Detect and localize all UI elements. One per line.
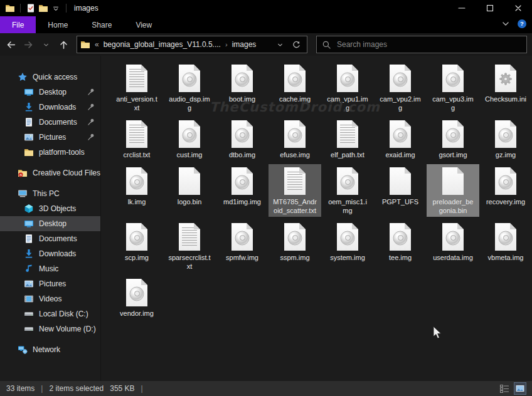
- file-item-audio-dsp-img[interactable]: audio_dsp.img: [163, 61, 216, 114]
- thumbnails-view-icon[interactable]: [514, 383, 526, 394]
- collapse-ribbon-chevron-icon[interactable]: [501, 19, 511, 31]
- address-bar[interactable]: « begonia_global_images_V11.0.5.... › im…: [77, 36, 307, 53]
- downloads-icon: [24, 102, 34, 112]
- details-view-icon[interactable]: [499, 383, 510, 394]
- pin-icon: [87, 88, 95, 96]
- file-item-logo-bin[interactable]: logo.bin: [163, 164, 216, 217]
- file-item-gz-img[interactable]: gz.img: [479, 117, 532, 161]
- titlebar: images: [0, 0, 532, 16]
- file-name: sparsecrclist.txt: [168, 253, 211, 271]
- breadcrumb-current[interactable]: images: [232, 40, 257, 49]
- sidebar-item-3d-objects[interactable]: 3D Objects: [0, 201, 100, 216]
- file-item-efuse-img[interactable]: efuse.img: [269, 117, 321, 161]
- minimize-button[interactable]: [447, 0, 476, 16]
- file-item-checksum-ini[interactable]: Checksum.ini: [479, 61, 532, 114]
- file-item-spmfw-img[interactable]: spmfw.img: [216, 220, 269, 273]
- selection-count: 2 items selected: [49, 384, 104, 393]
- sidebar-item-videos[interactable]: Videos: [0, 291, 100, 306]
- recent-locations-chevron-icon[interactable]: [38, 36, 54, 53]
- file-item-cam-vpu3-img[interactable]: cam_vpu3.img: [427, 61, 479, 114]
- sidebar-item-label: Network: [33, 345, 60, 354]
- disc-file-icon: [179, 65, 200, 92]
- sidebar-item-network[interactable]: Network: [0, 342, 100, 357]
- file-item-sspm-img[interactable]: sspm.img: [269, 220, 321, 273]
- file-item-mt6785-android-scatter-txt[interactable]: MT6785_Android_scatter.txt: [269, 164, 321, 217]
- disc-file-icon: [390, 65, 411, 92]
- file-item-scp-img[interactable]: scp.img: [110, 220, 163, 273]
- file-item-md1img-img[interactable]: md1img.img: [216, 164, 269, 217]
- file-item-exaid-img[interactable]: exaid.img: [374, 117, 427, 161]
- file-item-system-img[interactable]: system.img: [321, 220, 374, 273]
- search-box[interactable]: Search images: [316, 36, 527, 53]
- file-item-userdata-img[interactable]: userdata.img: [427, 220, 479, 273]
- navigation-bar: « begonia_global_images_V11.0.5.... › im…: [0, 33, 532, 56]
- sidebar-item-label: New Volume (D:): [39, 325, 96, 333]
- sidebar-item-quick-access[interactable]: Quick access: [0, 70, 100, 85]
- file-name: vendor.img: [120, 309, 154, 318]
- help-icon[interactable]: ?: [517, 19, 527, 31]
- ribbon-tab-view[interactable]: View: [124, 16, 164, 33]
- ribbon-tabs: FileHomeShareView ?: [0, 16, 532, 33]
- file-item-boot-img[interactable]: boot.img: [216, 61, 269, 114]
- up-button[interactable]: [55, 36, 72, 53]
- network-icon: [18, 345, 28, 355]
- ribbon-tab-home[interactable]: Home: [36, 16, 80, 33]
- breadcrumb-overflow[interactable]: «: [95, 40, 99, 49]
- sidebar-item-label: Music: [39, 264, 58, 273]
- file-item-cam-vpu2-img[interactable]: cam_vpu2.img: [374, 61, 427, 114]
- sidebar-item-documents[interactable]: Documents: [0, 115, 100, 130]
- sidebar-item-downloads[interactable]: Downloads: [0, 246, 100, 261]
- sidebar-item-new-volume-d-[interactable]: New Volume (D:): [0, 321, 100, 336]
- pictures-icon: [24, 132, 34, 142]
- sidebar-item-downloads[interactable]: Downloads: [0, 100, 100, 115]
- sidebar-item-local-disk-c-[interactable]: Local Disk (C:): [0, 306, 100, 321]
- file-item-vbmeta-img[interactable]: vbmeta.img: [479, 220, 532, 273]
- sidebar-item-music[interactable]: Music: [0, 261, 100, 276]
- videos-icon: [24, 294, 34, 304]
- close-button[interactable]: [504, 0, 532, 16]
- file-item-cam-vpu1-img[interactable]: cam_vpu1.img: [321, 61, 374, 114]
- file-item-sparsecrclist-txt[interactable]: sparsecrclist.txt: [163, 220, 216, 273]
- file-item-cache-img[interactable]: cache.img: [269, 61, 321, 114]
- qat-chevron-icon[interactable]: [50, 2, 62, 14]
- file-item-crclist-txt[interactable]: crclist.txt: [110, 117, 163, 161]
- file-item-elf-path-txt[interactable]: elf_path.txt: [321, 117, 374, 161]
- sidebar-item-creative-cloud-files[interactable]: Creative Cloud Files: [0, 165, 100, 180]
- disc-file-icon: [231, 120, 253, 148]
- sidebar-item-pictures[interactable]: Pictures: [0, 276, 100, 291]
- file-item-cust-img[interactable]: cust.img: [163, 117, 216, 161]
- sidebar-item-documents[interactable]: Documents: [0, 231, 100, 246]
- file-item-vendor-img[interactable]: vendor.img: [110, 276, 163, 320]
- file-item-tee-img[interactable]: tee.img: [374, 220, 427, 273]
- file-item-dtbo-img[interactable]: dtbo.img: [216, 117, 269, 161]
- ribbon-tab-file[interactable]: File: [0, 16, 36, 33]
- file-name: system.img: [330, 253, 365, 262]
- file-item-oem-misc1-img[interactable]: oem_misc1.img: [321, 164, 374, 217]
- status-separator: |: [141, 384, 143, 393]
- breadcrumb-parent[interactable]: begonia_global_images_V11.0.5....: [104, 40, 221, 49]
- forward-button[interactable]: [20, 36, 36, 53]
- sidebar-item-pictures[interactable]: Pictures: [0, 130, 100, 145]
- file-item-preloader-begonia-bin[interactable]: preloader_begonia.bin: [427, 164, 479, 217]
- back-button[interactable]: [3, 36, 19, 53]
- new-folder-icon[interactable]: [37, 2, 50, 14]
- file-item-lk-img[interactable]: lk.img: [110, 164, 163, 217]
- sidebar-item-desktop[interactable]: Desktop: [0, 85, 100, 100]
- sidebar-item-desktop[interactable]: Desktop: [0, 216, 100, 231]
- file-item-gsort-img[interactable]: gsort.img: [427, 117, 479, 161]
- file-item-pgpt-ufs[interactable]: PGPT_UFS: [374, 164, 427, 217]
- properties-icon[interactable]: [24, 2, 37, 14]
- file-item-recovery-img[interactable]: recovery.img: [479, 164, 532, 217]
- file-item-anti-version-txt[interactable]: anti_version.txt: [110, 61, 163, 114]
- sidebar-item-platform-tools[interactable]: platform-tools: [0, 145, 100, 160]
- file-name: scp.img: [125, 253, 149, 262]
- maximize-button[interactable]: [476, 0, 504, 16]
- address-dropdown-chevron-icon[interactable]: [272, 36, 288, 53]
- ribbon-tab-share[interactable]: Share: [80, 16, 124, 33]
- items-count: 33 items: [6, 384, 35, 393]
- disc-file-icon: [442, 65, 464, 92]
- sidebar-item-label: Pictures: [39, 133, 66, 142]
- refresh-icon[interactable]: [288, 36, 304, 53]
- file-name: anti_version.txt: [115, 95, 159, 112]
- sidebar-item-this-pc[interactable]: This PC: [0, 186, 100, 201]
